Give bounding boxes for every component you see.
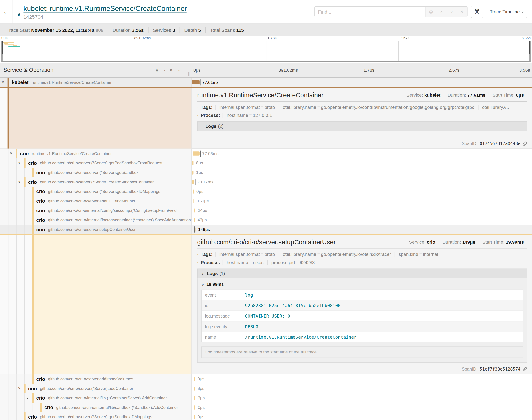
span-timeline-cell[interactable]: 20.17ms — [192, 177, 532, 187]
deep-link-icon[interactable] — [522, 141, 527, 146]
kv-section-label[interactable]: Process: — [201, 260, 220, 265]
span-duration-bar[interactable] — [192, 170, 194, 175]
span-timeline-cell[interactable]: 43μs — [192, 215, 532, 225]
span-row[interactable]: criogithub.com/cri-o/cri-o/internal/fact… — [0, 215, 532, 225]
chevron-right-icon[interactable]: › — [197, 114, 198, 117]
chevron-right-icon[interactable]: › — [197, 253, 198, 256]
span-row[interactable]: criogithub.com/cri-o/cri-o/internal/conf… — [0, 206, 532, 215]
span-duration-bar[interactable] — [194, 405, 195, 409]
span-row[interactable]: ∨criogithub.com/cri-o/cri-o/server.(*Ser… — [0, 177, 532, 187]
span-row[interactable]: ∨criogithub.com/cri-o/cri-o/server.(*Ser… — [0, 158, 532, 168]
chevron-right-icon[interactable]: › — [197, 261, 198, 265]
span-timeline-cell[interactable]: 3μs — [192, 393, 532, 403]
span-name-cell[interactable]: ∨criogithub.com/cri-o/cri-o/server.(*Ser… — [0, 158, 192, 168]
children-collapse-icon[interactable]: ∨ — [10, 151, 12, 155]
span-timeline-cell[interactable]: 24μs — [192, 206, 532, 215]
span-row[interactable]: criogithub.com/cri-o/cri-o/server.(*Serv… — [0, 412, 532, 420]
span-name-cell[interactable]: ∨criogithub.com/cri-o/cri-o/internal/lib… — [0, 393, 192, 403]
span-duration-bar[interactable] — [194, 415, 195, 419]
children-collapse-icon[interactable]: ∨ — [26, 396, 29, 399]
viewport-drag-handle-right[interactable] — [529, 41, 530, 54]
span-name-cell[interactable]: ∨kubeletruntime.v1.RuntimeService/Create… — [0, 78, 192, 87]
span-name-cell[interactable]: criogithub.com/cri-o/cri-o/internal/lib/… — [0, 403, 192, 412]
children-collapse-icon[interactable]: ∨ — [18, 386, 20, 390]
span-timeline-cell[interactable]: 77.61ms — [192, 78, 532, 87]
viewport-drag-handle-left[interactable] — [2, 41, 3, 54]
span-name-cell[interactable]: criogithub.com/cri-o/cri-o/server.setupC… — [0, 225, 192, 234]
column-resize-grip[interactable]: ∥ — [188, 72, 190, 76]
span-name-cell[interactable]: ∨criogithub.com/cri-o/cri-o/server.(*Ser… — [0, 177, 192, 187]
span-name-cell[interactable]: criogithub.com/cri-o/cri-o/server.(*Serv… — [0, 168, 192, 177]
span-name-cell[interactable]: ∨criogithub.com/cri-o/cri-o/server.(*Ser… — [0, 384, 192, 393]
span-duration-bar[interactable] — [192, 180, 194, 184]
collapse-all-icon[interactable]: » — [169, 69, 174, 71]
span-duration-bar[interactable] — [192, 80, 200, 84]
span-timeline-cell[interactable]: 8μs — [192, 158, 532, 168]
span-timeline-cell[interactable]: 149μs — [192, 225, 532, 234]
span-row[interactable]: criogithub.com/cri-o/cri-o/internal/lib/… — [0, 403, 532, 412]
span-duration-bar[interactable] — [192, 161, 194, 165]
span-timeline-cell[interactable]: 1μs — [192, 168, 532, 177]
minimap-canvas[interactable] — [1, 41, 531, 62]
log-entry-toggle[interactable]: ∨19.99ms — [202, 282, 523, 287]
span-row[interactable]: ∨criogithub.com/cri-o/cri-o/internal/lib… — [0, 393, 532, 403]
span-timeline-cell[interactable]: 0μs — [192, 374, 532, 384]
span-row[interactable]: criogithub.com/cri-o/cri-o/server.addIma… — [0, 374, 532, 384]
kv-section-label[interactable]: Tags: — [201, 252, 213, 257]
span-timeline-cell[interactable]: 0μs — [192, 403, 532, 412]
kv-section-label[interactable]: Process: — [201, 113, 220, 118]
span-row[interactable]: ∨kubeletruntime.v1.RuntimeService/Create… — [0, 78, 532, 87]
span-duration-bar[interactable] — [195, 227, 195, 231]
span-duration-bar[interactable] — [194, 209, 195, 212]
span-row[interactable]: criogithub.com/cri-o/cri-o/server.setupC… — [0, 225, 532, 234]
span-timeline-cell[interactable]: 0μs — [192, 187, 532, 196]
span-duration-bar[interactable] — [194, 387, 195, 390]
trace-view-dropdown[interactable]: Trace Timeline ∨ — [486, 6, 527, 18]
span-row[interactable]: ∨crioruntime.v1.RuntimeService/CreateCon… — [0, 149, 532, 158]
span-name-cell[interactable]: criogithub.com/cri-o/cri-o/internal/fact… — [0, 215, 192, 225]
span-duration-bar[interactable] — [193, 151, 200, 155]
log-field-value[interactable]: 92b82381-025c-4a64-815c-ba2e1bb08100 — [245, 303, 341, 308]
log-field-value[interactable]: log — [245, 292, 253, 298]
span-row[interactable]: criogithub.com/cri-o/cri-o/server.(*Serv… — [0, 168, 532, 177]
find-input[interactable] — [315, 7, 425, 17]
span-name-cell[interactable]: criogithub.com/cri-o/cri-o/server.(*Serv… — [0, 412, 192, 420]
logs-section-toggle[interactable]: ›Logs(2) — [197, 121, 527, 131]
clear-find-icon[interactable]: ✕ — [460, 9, 464, 14]
span-timeline-cell[interactable]: 0μs — [192, 412, 532, 420]
trace-collapse-chevron-icon[interactable]: ∨ — [17, 11, 21, 17]
span-duration-bar[interactable] — [194, 377, 195, 381]
back-button[interactable]: ← — [0, 0, 13, 23]
span-duration-bar[interactable] — [193, 190, 194, 194]
span-name-cell[interactable]: criogithub.com/cri-o/cri-o/server.(*Serv… — [0, 187, 192, 196]
span-timeline-cell[interactable]: 151μs — [192, 196, 532, 206]
span-name-cell[interactable]: criogithub.com/cri-o/cri-o/server.addIma… — [0, 374, 192, 384]
log-field-value[interactable]: CONTAINER USER: 0 — [245, 313, 290, 318]
span-name-cell[interactable]: ∨crioruntime.v1.RuntimeService/CreateCon… — [0, 149, 192, 158]
kv-section-label[interactable]: Tags: — [201, 105, 213, 110]
span-duration-bar[interactable] — [194, 396, 195, 400]
prev-match-icon[interactable]: ∧ — [440, 9, 443, 14]
span-timeline-cell[interactable]: 6μs — [192, 384, 532, 393]
children-collapse-icon[interactable]: ∨ — [2, 80, 4, 84]
trace-title-link[interactable]: kubelet: runtime.v1.RuntimeService/Creat… — [23, 4, 187, 13]
keyboard-shortcuts-button[interactable]: ⌘ — [471, 6, 483, 18]
span-timeline-cell[interactable]: 77.08ms — [192, 149, 532, 158]
expand-one-icon[interactable]: › — [164, 67, 165, 73]
collapse-one-icon[interactable]: ∨ — [155, 67, 159, 73]
next-match-icon[interactable]: ∨ — [450, 9, 453, 14]
span-row[interactable]: criogithub.com/cri-o/cri-o/server.(*Serv… — [0, 187, 532, 196]
span-name-cell[interactable]: criogithub.com/cri-o/cri-o/internal/conf… — [0, 206, 192, 215]
children-collapse-icon[interactable]: ∨ — [18, 180, 20, 183]
span-name-cell[interactable]: criogithub.com/cri-o/cri-o/server.addOCI… — [0, 196, 192, 206]
expand-all-icon[interactable]: » — [178, 67, 180, 73]
locate-icon[interactable]: ◎ — [429, 9, 433, 14]
span-duration-bar[interactable] — [193, 199, 194, 203]
span-row[interactable]: criogithub.com/cri-o/cri-o/server.addOCI… — [0, 196, 532, 206]
log-field-value[interactable]: /runtime.v1.RuntimeService/CreateContain… — [245, 334, 357, 340]
span-row[interactable]: ∨criogithub.com/cri-o/cri-o/server.(*Ser… — [0, 384, 532, 393]
chevron-right-icon[interactable]: › — [197, 105, 198, 109]
deep-link-icon[interactable] — [522, 367, 527, 371]
logs-section-toggle[interactable]: ∨Logs(1) — [197, 269, 527, 278]
span-duration-bar[interactable] — [194, 218, 195, 222]
